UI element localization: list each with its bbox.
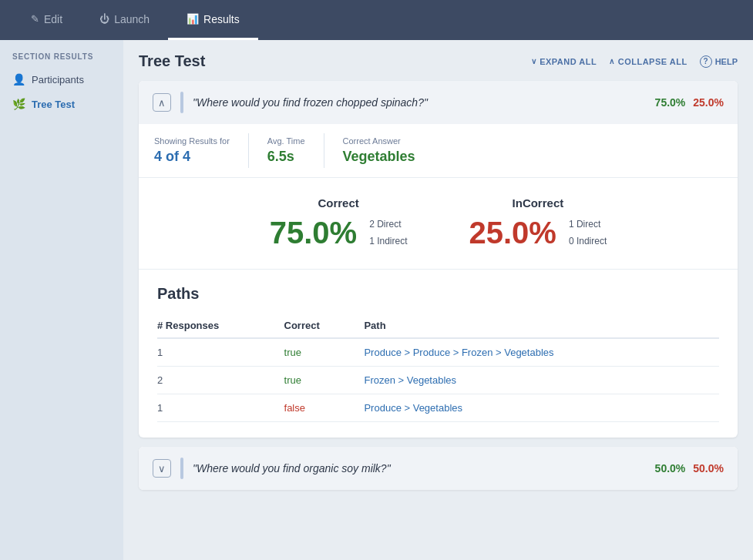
collapse-all-label: COLLAPSE ALL bbox=[618, 57, 687, 66]
page-header: Tree Test ∨ EXPAND ALL ∧ COLLAPSE ALL ? … bbox=[139, 52, 738, 70]
incorrect-score-block: InCorrect 25.0% 1 Direct 0 Indirect bbox=[469, 196, 607, 250]
stats-row: Showing Results for 4 of 4 Avg. Time 6.5… bbox=[139, 124, 738, 178]
cell-path: Produce > Vegetables bbox=[364, 394, 719, 422]
table-row: 2trueFrozen > Vegetables bbox=[157, 367, 719, 394]
question-border-2 bbox=[180, 458, 183, 479]
question-2-text: "Where would you find organic soy milk?" bbox=[193, 462, 646, 474]
question-1-correct-pct: 75.0% bbox=[655, 96, 686, 109]
avg-time-label: Avg. Time bbox=[267, 136, 305, 146]
question-1-stats: 75.0% 25.0% bbox=[655, 96, 724, 109]
sidebar: SECTION RESULTS 👤 Participants 🌿 Tree Te… bbox=[0, 40, 123, 560]
question-2-incorrect-pct: 50.0% bbox=[693, 462, 724, 474]
question-2-correct-pct: 50.0% bbox=[655, 462, 686, 474]
sidebar-item-tree-test[interactable]: 🌿 Tree Test bbox=[0, 92, 123, 116]
correct-indirect: 1 Indirect bbox=[369, 233, 407, 250]
question-card-1: ∧ "Where would you find frozen chopped s… bbox=[139, 81, 738, 438]
tab-results[interactable]: 📊 Results bbox=[168, 0, 258, 40]
top-nav: ✎ Edit ⏻ Launch 📊 Results bbox=[0, 0, 753, 40]
cell-responses: 2 bbox=[157, 367, 284, 394]
correct-answer-label: Correct Answer bbox=[343, 136, 415, 146]
avg-time-block: Avg. Time 6.5s bbox=[267, 133, 324, 168]
showing-results-label: Showing Results for bbox=[154, 136, 230, 146]
score-section: Correct 75.0% 2 Direct 1 Indirect InCorr… bbox=[139, 178, 738, 270]
table-row: 1trueProduce > Produce > Frozen > Vegeta… bbox=[157, 338, 719, 367]
main-layout: SECTION RESULTS 👤 Participants 🌿 Tree Te… bbox=[0, 40, 753, 560]
question-1-text: "Where would you find frozen chopped spi… bbox=[193, 96, 646, 109]
tree-test-icon: 🌿 bbox=[12, 98, 25, 110]
paths-section: Paths # Responses Correct Path 1trueProd… bbox=[139, 270, 738, 438]
help-icon: ? bbox=[700, 55, 712, 68]
cell-correct: false bbox=[284, 394, 365, 422]
tab-launch[interactable]: ⏻ Launch bbox=[81, 0, 168, 40]
correct-answer-value: Vegetables bbox=[343, 149, 415, 165]
sidebar-section-label: SECTION RESULTS bbox=[0, 52, 123, 67]
collapse-all-button[interactable]: ∧ COLLAPSE ALL bbox=[609, 57, 687, 66]
correct-answer-block: Correct Answer Vegetables bbox=[343, 133, 434, 168]
launch-icon: ⏻ bbox=[99, 13, 109, 25]
col-correct: Correct bbox=[284, 314, 365, 338]
cell-path: Frozen > Vegetables bbox=[364, 367, 719, 394]
help-button[interactable]: ? HELP bbox=[700, 55, 738, 68]
collapse-button-2[interactable]: ∨ bbox=[153, 459, 171, 478]
question-card-2: ∨ "Where would you find organic soy milk… bbox=[139, 447, 738, 490]
question-border-1 bbox=[180, 92, 183, 113]
paths-title: Paths bbox=[157, 285, 719, 303]
incorrect-details: 1 Direct 0 Indirect bbox=[569, 216, 607, 250]
correct-percentage: 75.0% bbox=[270, 216, 357, 250]
cell-responses: 1 bbox=[157, 338, 284, 367]
sidebar-item-participants[interactable]: 👤 Participants bbox=[0, 67, 123, 92]
correct-main-row: 75.0% 2 Direct 1 Indirect bbox=[270, 216, 408, 250]
chevron-up-icon: ∧ bbox=[609, 57, 615, 65]
correct-details: 2 Direct 1 Indirect bbox=[369, 216, 407, 250]
col-responses: # Responses bbox=[157, 314, 284, 338]
question-2-header[interactable]: ∨ "Where would you find organic soy milk… bbox=[139, 447, 738, 490]
cell-responses: 1 bbox=[157, 394, 284, 422]
expand-all-button[interactable]: ∨ EXPAND ALL bbox=[531, 57, 597, 66]
cell-correct: true bbox=[284, 338, 365, 367]
participants-icon: 👤 bbox=[12, 73, 25, 86]
page-title: Tree Test bbox=[139, 52, 205, 70]
showing-results-value: 4 of 4 bbox=[154, 149, 230, 165]
collapse-button-1[interactable]: ∧ bbox=[153, 93, 171, 112]
col-path: Path bbox=[364, 314, 719, 338]
incorrect-main-row: 25.0% 1 Direct 0 Indirect bbox=[469, 216, 607, 250]
expand-all-label: EXPAND ALL bbox=[540, 57, 597, 66]
cell-path: Produce > Produce > Frozen > Vegetables bbox=[364, 338, 719, 367]
tab-launch-label: Launch bbox=[114, 13, 150, 25]
incorrect-header: InCorrect bbox=[469, 196, 607, 210]
content-area: Tree Test ∨ EXPAND ALL ∧ COLLAPSE ALL ? … bbox=[123, 40, 753, 560]
cell-correct: true bbox=[284, 367, 365, 394]
table-header-row: # Responses Correct Path bbox=[157, 314, 719, 338]
tab-edit[interactable]: ✎ Edit bbox=[12, 0, 81, 40]
edit-icon: ✎ bbox=[31, 13, 39, 25]
incorrect-percentage: 25.0% bbox=[469, 216, 556, 250]
paths-table: # Responses Correct Path 1trueProduce > … bbox=[157, 314, 719, 422]
question-2-stats: 50.0% 50.0% bbox=[655, 462, 724, 474]
tab-edit-label: Edit bbox=[44, 13, 62, 25]
chevron-down-icon: ∨ bbox=[531, 57, 537, 65]
header-actions: ∨ EXPAND ALL ∧ COLLAPSE ALL ? HELP bbox=[531, 55, 738, 68]
correct-score-block: Correct 75.0% 2 Direct 1 Indirect bbox=[270, 196, 408, 250]
help-label: HELP bbox=[715, 57, 738, 66]
incorrect-direct: 1 Direct bbox=[569, 216, 607, 233]
question-1-header[interactable]: ∧ "Where would you find frozen chopped s… bbox=[139, 81, 738, 124]
correct-header: Correct bbox=[270, 196, 408, 210]
showing-results-block: Showing Results for 4 of 4 bbox=[154, 133, 249, 168]
question-1-incorrect-pct: 25.0% bbox=[693, 96, 724, 109]
tab-results-label: Results bbox=[203, 13, 240, 25]
correct-direct: 2 Direct bbox=[369, 216, 407, 233]
avg-time-value: 6.5s bbox=[267, 149, 305, 165]
table-row: 1falseProduce > Vegetables bbox=[157, 394, 719, 422]
incorrect-indirect: 0 Indirect bbox=[569, 233, 607, 250]
results-icon: 📊 bbox=[187, 13, 199, 25]
sidebar-item-tree-test-label: Tree Test bbox=[32, 99, 75, 110]
sidebar-item-participants-label: Participants bbox=[32, 74, 84, 86]
